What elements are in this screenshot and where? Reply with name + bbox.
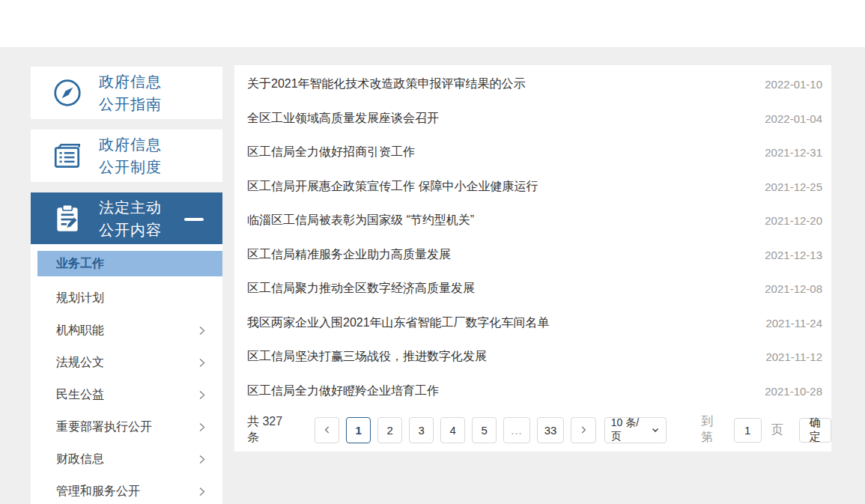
article-title: 临淄区工信局被表彰为国家级 “节约型机关”	[247, 213, 474, 228]
article-row[interactable]: 区工信局全力做好招商引资工作 2021-12-31	[234, 136, 831, 170]
goto-prefix-label: 到第	[701, 414, 723, 446]
sidebar-menu-item[interactable]: 业务工作	[37, 251, 222, 276]
chevron-right-icon	[196, 422, 207, 433]
sidebar-menu-item-label: 管理和服务公开	[56, 484, 140, 500]
sidebar-item-statutory-label: 法定主动 公开内容	[99, 196, 162, 241]
notebook-icon	[51, 139, 84, 172]
page-button[interactable]: 2	[377, 417, 402, 443]
sidebar-menu-item-label: 重要部署执行公开	[56, 419, 152, 435]
page-buttons: 12345...33	[346, 417, 571, 443]
pagination: 共 327 条 12345...33 10 条/页 到第 页 确定	[234, 408, 831, 452]
sidebar-item-statutory[interactable]: 法定主动 公开内容	[31, 192, 222, 244]
clipboard-pencil-icon	[51, 202, 84, 235]
page-button[interactable]: 33	[537, 417, 565, 443]
article-date: 2022-01-04	[765, 112, 822, 125]
sidebar-menu-item-label: 机构职能	[56, 323, 104, 338]
sidebar-menu-item[interactable]: 规划计划	[31, 282, 222, 315]
article-row[interactable]: 区工信局精准服务企业助力高质量发展 2021-12-13	[234, 238, 831, 273]
article-title: 区工信局全力做好瞪羚企业培育工作	[247, 383, 439, 399]
article-title: 区工信局坚决打赢三场战役，推进数字化发展	[247, 349, 487, 365]
goto-page-input[interactable]	[734, 418, 762, 443]
chevron-right-icon	[196, 486, 207, 497]
sidebar-menu-item-label: 财政信息	[56, 452, 104, 467]
sidebar-submenu: 业务工作 规划计划 机构职能 法规公文 民生公益 重要部署执行公开 财政信息	[31, 244, 222, 504]
chevron-right-icon	[196, 357, 207, 368]
goto-suffix-label: 页	[771, 422, 783, 438]
page-button[interactable]: 5	[472, 417, 497, 443]
article-title: 全区工业领域高质量发展座谈会召开	[247, 111, 439, 127]
article-list: 关于2021年智能化技术改造政策申报评审结果的公示 2022-01-10 全区工…	[234, 67, 831, 408]
chevron-right-icon	[578, 425, 589, 435]
article-title: 区工信局全力做好招商引资工作	[247, 145, 415, 160]
total-count: 共 327 条	[247, 414, 295, 446]
chevron-down-icon	[651, 425, 660, 434]
page-ellipsis[interactable]: ...	[503, 417, 530, 443]
sidebar-item-system[interactable]: 政府信息 公开制度	[31, 130, 222, 182]
article-row[interactable]: 关于2021年智能化技术改造政策申报评审结果的公示 2022-01-10	[234, 67, 831, 102]
article-date: 2021-10-28	[765, 385, 822, 398]
article-title: 我区两家企业入围2021年山东省智能工厂数字化车间名单	[247, 315, 550, 331]
sidebar-menu-item-label: 业务工作	[56, 256, 104, 272]
sidebar-menu-item[interactable]: 重要部署执行公开	[31, 411, 222, 443]
article-row[interactable]: 区工信局开展惠企政策宣传工作 保障中小企业健康运行 2021-12-25	[234, 170, 831, 204]
article-title: 关于2021年智能化技术改造政策申报评审结果的公示	[247, 76, 526, 92]
sidebar-menu-item-label: 规划计划	[56, 291, 104, 306]
article-date: 2021-12-13	[765, 249, 822, 261]
article-title: 区工信局开展惠企政策宣传工作 保障中小企业健康运行	[247, 179, 538, 195]
sidebar-menu-item-label: 法规公文	[56, 355, 104, 371]
sidebar-item-system-label: 政府信息 公开制度	[99, 133, 162, 178]
sidebar-menu-item[interactable]: 机构职能	[31, 315, 222, 347]
page-size-select[interactable]: 10 条/页	[604, 417, 667, 443]
compass-icon	[51, 76, 84, 109]
chevron-right-icon	[196, 389, 207, 401]
page-button[interactable]: 4	[440, 417, 465, 443]
chevron-right-icon	[196, 454, 207, 465]
article-date: 2021-12-08	[765, 282, 822, 295]
sidebar-menu-item[interactable]: 管理和服务公开	[31, 476, 222, 504]
sidebar-item-guide[interactable]: 政府信息 公开指南	[31, 67, 222, 119]
article-date: 2021-11-12	[765, 350, 822, 363]
sidebar-item-guide-label: 政府信息 公开指南	[99, 70, 162, 115]
article-row[interactable]: 我区两家企业入围2021年山东省智能工厂数字化车间名单 2021-11-24	[234, 306, 831, 341]
page-button[interactable]: 1	[346, 417, 371, 443]
article-date: 2021-12-20	[765, 214, 822, 227]
sidebar-menu-item[interactable]: 民生公益	[31, 379, 222, 411]
chevron-left-icon	[322, 425, 333, 435]
prev-page-button[interactable]	[315, 417, 339, 443]
content-panel: 关于2021年智能化技术改造政策申报评审结果的公示 2022-01-10 全区工…	[234, 65, 831, 452]
page-button[interactable]: 3	[409, 417, 434, 443]
sidebar-menu-item-label: 民生公益	[56, 387, 104, 403]
article-row[interactable]: 临淄区工信局被表彰为国家级 “节约型机关” 2021-12-20	[234, 204, 831, 238]
page-size-value: 10 条/页	[611, 416, 647, 443]
article-date: 2022-01-10	[765, 78, 822, 91]
top-band	[0, 0, 865, 47]
sidebar: 政府信息 公开指南 政府信息 公开制度	[31, 67, 222, 504]
article-title: 区工信局精准服务企业助力高质量发展	[247, 247, 451, 263]
confirm-button[interactable]: 确定	[799, 418, 831, 443]
article-row[interactable]: 区工信局聚力推动全区数字经济高质量发展 2021-12-08	[234, 272, 831, 306]
chevron-right-icon	[196, 325, 207, 336]
article-row[interactable]: 区工信局坚决打赢三场战役，推进数字化发展 2021-11-12	[234, 340, 831, 374]
next-page-button[interactable]	[571, 417, 595, 443]
sidebar-menu-item[interactable]: 财政信息	[31, 443, 222, 476]
article-date: 2021-12-25	[765, 180, 822, 193]
article-date: 2021-11-24	[765, 317, 822, 330]
article-title: 区工信局聚力推动全区数字经济高质量发展	[247, 281, 475, 297]
article-date: 2021-12-31	[765, 146, 822, 159]
article-row[interactable]: 全区工业领域高质量发展座谈会召开 2022-01-04	[234, 102, 831, 136]
collapse-minus-icon[interactable]	[184, 218, 204, 221]
sidebar-menu-item[interactable]: 法规公文	[31, 347, 222, 379]
article-row[interactable]: 区工信局全力做好瞪羚企业培育工作 2021-10-28	[234, 374, 831, 409]
